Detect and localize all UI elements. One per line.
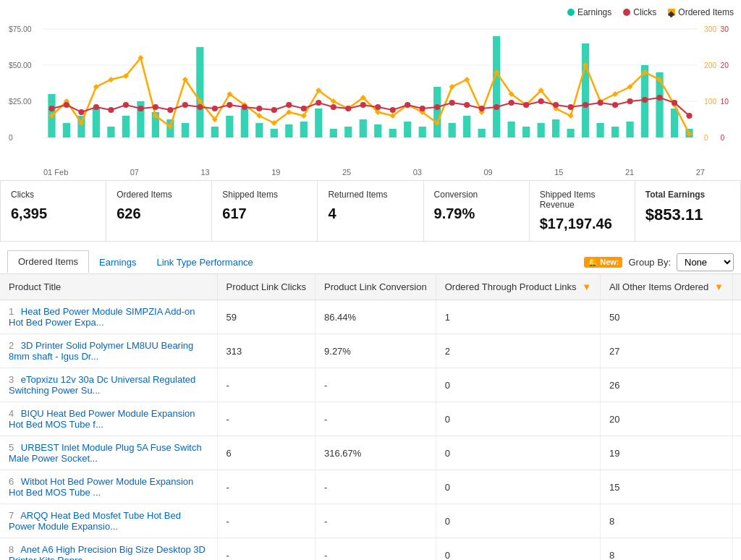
col-header-ordered-through[interactable]: Ordered Through Product Links ▼ (436, 274, 600, 300)
chart-section: Earnings Clicks ◆ Ordered Items $75.00 $… (0, 0, 741, 181)
tab-earnings[interactable]: Earnings (89, 250, 146, 273)
svg-rect-54 (611, 127, 619, 137)
svg-rect-25 (182, 123, 189, 137)
cell-all-other: 15 (601, 470, 733, 504)
svg-rect-50 (552, 119, 559, 137)
cell-ordered-through: 0 (436, 368, 600, 402)
group-by-select[interactable]: None Product Date (677, 253, 734, 271)
svg-text:10: 10 (721, 98, 729, 106)
svg-text:20: 20 (721, 61, 729, 69)
svg-point-137 (538, 98, 544, 104)
product-link[interactable]: BIQU Heat Bed Power Module Expansion Hot… (9, 408, 195, 430)
svg-text:0: 0 (9, 134, 13, 142)
product-link[interactable]: Witbot Hot Bed Power Module Expansion Ho… (9, 476, 193, 498)
table-row: 6 Witbot Hot Bed Power Module Expansion … (0, 470, 741, 504)
cell-conversion: - (316, 470, 436, 504)
svg-point-104 (48, 106, 54, 111)
cell-product-title: 2 3D Printer Solid Polymer LM8UU Bearing… (0, 334, 217, 368)
cell-link-clicks: - (217, 538, 316, 561)
stat-earnings: Total Earnings $853.11 (635, 181, 740, 241)
svg-point-139 (568, 104, 574, 110)
svg-rect-28 (226, 116, 233, 137)
product-link[interactable]: Heat Bed Power Module SIMPZIA Add-on Hot… (9, 306, 195, 328)
svg-marker-88 (464, 77, 470, 82)
col-header-total-items[interactable]: Total Items Ordered ▼ (732, 274, 741, 300)
table-row: 1 Heat Bed Power Module SIMPZIA Add-on H… (0, 300, 741, 334)
row-number: 2 (9, 340, 14, 351)
svg-text:$25.00: $25.00 (9, 98, 32, 106)
svg-point-147 (686, 113, 692, 119)
stat-conversion-label: Conversion (434, 190, 519, 200)
cell-ordered-through: 0 (436, 436, 600, 470)
cell-link-clicks: - (217, 402, 316, 436)
svg-point-116 (226, 102, 232, 108)
svg-point-132 (464, 102, 470, 108)
svg-point-109 (123, 102, 129, 108)
cell-total-items: 20 (732, 402, 741, 436)
svg-point-113 (182, 102, 188, 108)
stat-ordered-value: 626 (117, 205, 201, 222)
row-number: 1 (9, 306, 14, 317)
svg-point-143 (627, 98, 632, 104)
cell-link-clicks: - (217, 470, 316, 504)
svg-point-112 (167, 107, 173, 113)
svg-text:300: 300 (704, 25, 716, 33)
table-row: 5 URBEST Inlet Module Plug 5A Fuse Switc… (0, 436, 741, 470)
svg-text:200: 200 (704, 61, 716, 69)
svg-text:30: 30 (721, 25, 729, 33)
col-header-all-other[interactable]: All Other Items Ordered ▼ (601, 274, 733, 300)
stat-shipped-value: 617 (222, 205, 307, 222)
stat-revenue-label: Shipped Items Revenue (540, 190, 624, 210)
svg-rect-35 (330, 129, 337, 137)
cell-link-clicks: - (217, 504, 316, 538)
svg-text:$75.00: $75.00 (9, 25, 32, 33)
svg-rect-36 (344, 127, 352, 137)
stat-clicks-label: Clicks (11, 190, 96, 200)
cell-total-items: 51 (732, 300, 741, 334)
svg-text:$50.00: $50.00 (9, 61, 32, 69)
product-link[interactable]: ARQQ Heat Bed Mosfet Tube Hot Bed Power … (9, 510, 181, 532)
product-table-container: Product Title Product Link Clicks Produc… (0, 274, 741, 560)
svg-point-117 (242, 104, 247, 110)
svg-rect-34 (315, 109, 322, 137)
svg-point-140 (583, 102, 588, 108)
col-header-product-title: Product Title (0, 274, 217, 300)
tab-link-type-performance[interactable]: Link Type Performance (146, 250, 263, 273)
svg-rect-20 (107, 127, 114, 137)
svg-rect-26 (196, 47, 203, 137)
tab-ordered-items[interactable]: Ordered Items (7, 250, 89, 273)
product-link[interactable]: URBEST Inlet Module Plug 5A Fuse Switch … (9, 442, 202, 464)
svg-point-144 (642, 97, 648, 103)
cell-total-items: 26 (732, 368, 741, 402)
col-header-link-clicks: Product Link Clicks (217, 274, 316, 300)
svg-rect-19 (93, 109, 100, 137)
svg-rect-49 (538, 123, 545, 137)
svg-point-126 (375, 104, 381, 110)
cell-ordered-through: 0 (436, 538, 600, 561)
stat-clicks: Clicks 6,395 (1, 181, 106, 241)
svg-point-128 (405, 102, 410, 108)
cell-all-other: 8 (601, 538, 733, 561)
svg-point-141 (597, 100, 603, 106)
stat-shipped: Shipped Items 617 (212, 181, 318, 241)
cell-total-items: 8 (732, 504, 741, 538)
svg-point-145 (656, 95, 662, 101)
cell-conversion: - (316, 504, 436, 538)
legend-clicks: Clicks (623, 7, 656, 17)
product-link[interactable]: 3D Printer Solid Polymer LM8UU Bearing 8… (9, 340, 193, 362)
product-link[interactable]: eTopxizu 12v 30a Dc Universal Regulated … (9, 374, 195, 396)
table-header-row: Product Title Product Link Clicks Produc… (0, 274, 741, 300)
svg-point-129 (420, 106, 425, 111)
ordered-dot: ◆ (668, 9, 675, 16)
stat-shipped-label: Shipped Items (222, 190, 307, 200)
cell-total-items: 15 (732, 470, 741, 504)
cell-link-clicks: 313 (217, 334, 316, 368)
table-row: 3 eTopxizu 12v 30a Dc Universal Regulate… (0, 368, 741, 402)
svg-point-134 (494, 104, 499, 110)
svg-point-131 (449, 100, 455, 106)
svg-rect-39 (389, 129, 397, 137)
svg-rect-17 (63, 123, 70, 137)
svg-rect-44 (463, 116, 470, 137)
product-link[interactable]: Anet A6 High Precision Big Size Desktop … (9, 544, 206, 560)
svg-point-108 (108, 107, 114, 113)
